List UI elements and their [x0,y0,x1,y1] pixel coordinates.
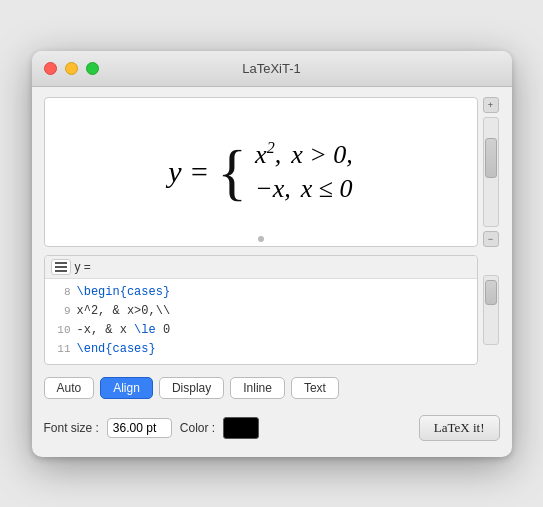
code-line-1: 8 \begin{cases} [45,283,477,302]
latex-it-button[interactable]: LaTeX it! [419,415,500,441]
math-preview: y = { x2, x > 0, −x, x ≤ 0 [168,139,352,204]
math-brace: { [217,141,247,203]
editor-scroll-spacer [483,255,499,271]
mode-inline-button[interactable]: Inline [230,377,285,399]
code-line-3: 10 -x, & x \le 0 [45,321,477,340]
editor-menu-button[interactable] [51,259,71,275]
line-code-1: \begin{cases} [77,283,477,302]
line-num-3: 10 [45,322,77,340]
mode-align-button[interactable]: Align [100,377,153,399]
math-cond-1: x > 0, [291,140,353,170]
line-code-4: \end{cases} [77,340,477,359]
bottom-bar: Font size : Color : LaTeX it! [44,411,500,445]
math-row-1: x2, x > 0, [255,139,353,170]
minus-icon: − [488,234,493,244]
code-line-2: 9 x^2, & x>0,\\ [45,302,477,321]
line-num-2: 9 [45,303,77,321]
editor-section: y = 8 \begin{cases} 9 x^2, & x>0,\\ 10 -… [44,255,500,365]
line-num-4: 11 [45,341,77,359]
mode-display-button[interactable]: Display [159,377,224,399]
titlebar: LaTeXiT-1 [32,51,512,87]
content-area: y = { x2, x > 0, −x, x ≤ 0 [32,87,512,457]
minimize-button[interactable] [65,62,78,75]
plus-icon: + [488,100,493,110]
math-cond-2: x ≤ 0 [301,174,353,204]
window-controls [44,62,99,75]
editor-box[interactable]: y = 8 \begin{cases} 9 x^2, & x>0,\\ 10 -… [44,255,478,365]
font-size-label: Font size : [44,421,99,435]
editor-scrollbar [482,255,500,365]
maximize-button[interactable] [86,62,99,75]
math-row-2: −x, x ≤ 0 [255,174,353,204]
main-window: LaTeXiT-1 y = { x2, x > 0, −x, [32,51,512,457]
color-label: Color : [180,421,215,435]
scroll-down-button[interactable]: − [483,231,499,247]
scroll-track[interactable] [483,117,499,227]
scroll-up-button[interactable]: + [483,97,499,113]
code-line-4: 11 \end{cases} [45,340,477,359]
math-expr-2: −x, [255,174,291,204]
editor-scroll-track[interactable] [483,275,499,345]
preview-box: y = { x2, x > 0, −x, x ≤ 0 [44,97,478,247]
preview-section: y = { x2, x > 0, −x, x ≤ 0 [44,97,500,247]
color-swatch[interactable] [223,417,259,439]
menu-line-1 [55,262,67,264]
editor-scroll-spacer2 [483,349,499,365]
formula-label: y = [75,260,91,274]
mode-auto-button[interactable]: Auto [44,377,95,399]
line-code-3: -x, & x \le 0 [77,321,477,340]
math-cases: x2, x > 0, −x, x ≤ 0 [255,139,353,204]
scroll-thumb[interactable] [485,138,497,178]
line-num-1: 8 [45,284,77,302]
line-code-2: x^2, & x>0,\\ [77,302,477,321]
preview-dot [258,236,264,242]
menu-line-2 [55,266,67,268]
math-expr-1: x2, [255,139,281,170]
editor-toolbar: y = [45,256,477,279]
font-size-input[interactable] [107,418,172,438]
math-y-equals: y = [168,155,209,189]
menu-line-3 [55,270,67,272]
editor-scroll-thumb[interactable] [485,280,497,305]
mode-text-button[interactable]: Text [291,377,339,399]
scrollbar: + − [482,97,500,247]
mode-buttons: Auto Align Display Inline Text [44,373,500,403]
window-title: LaTeXiT-1 [242,61,301,76]
code-area[interactable]: 8 \begin{cases} 9 x^2, & x>0,\\ 10 -x, &… [45,279,477,364]
close-button[interactable] [44,62,57,75]
